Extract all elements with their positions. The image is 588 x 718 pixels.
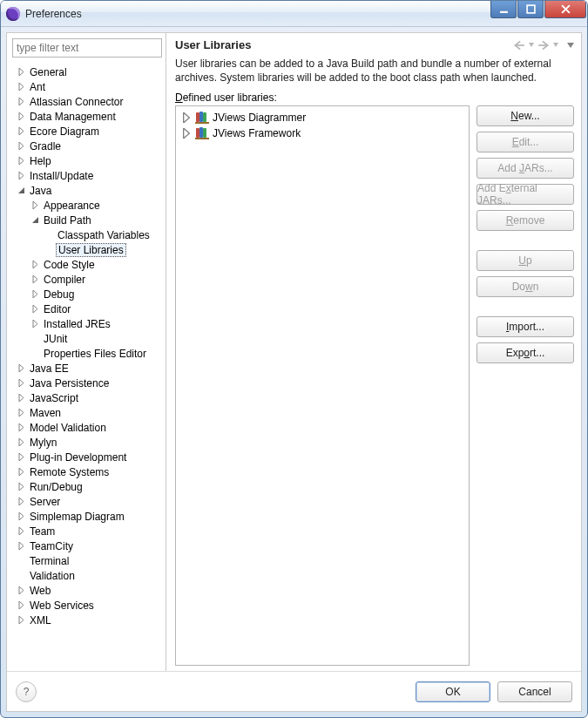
tree-item[interactable]: JUnit <box>12 331 162 346</box>
export-button[interactable]: Export... <box>476 342 574 363</box>
maximize-button[interactable] <box>517 1 544 18</box>
tree-item-label: Install/Update <box>28 170 95 182</box>
tree-item[interactable]: Maven <box>12 405 162 420</box>
tree-item[interactable]: Data Management <box>12 109 162 124</box>
tree-item[interactable]: Run/Debug <box>12 479 162 494</box>
filter-input[interactable] <box>12 38 162 58</box>
tree-item[interactable]: Terminal <box>12 553 162 568</box>
expand-icon[interactable] <box>16 141 26 152</box>
tree-item-label: Classpath Variables <box>56 229 152 241</box>
tree-item[interactable]: User Libraries <box>12 242 162 257</box>
tree-item[interactable]: Web Services <box>12 598 162 613</box>
tree-item[interactable]: Model Validation <box>12 420 162 435</box>
tree-item[interactable]: Server <box>12 494 162 509</box>
expand-icon[interactable] <box>30 289 40 300</box>
expand-icon[interactable] <box>30 274 40 285</box>
tree-item[interactable]: Validation <box>12 568 162 583</box>
tree-item[interactable]: Gradle <box>12 139 162 153</box>
expand-icon[interactable] <box>30 319 40 329</box>
help-button[interactable]: ? <box>16 681 37 702</box>
library-item[interactable]: JViews Diagrammer <box>178 110 467 125</box>
tree-item[interactable]: Simplemap Diagram <box>12 509 162 524</box>
expand-icon[interactable] <box>16 600 26 611</box>
back-icon[interactable] <box>513 40 525 51</box>
right-pane: User Libraries User libraries can be add… <box>166 33 581 671</box>
forward-icon[interactable] <box>537 40 550 51</box>
expand-icon[interactable] <box>16 112 26 122</box>
expand-icon[interactable] <box>16 156 26 166</box>
tree-item[interactable]: Remote Systems <box>12 464 162 479</box>
tree-item[interactable]: Build Path <box>12 213 162 227</box>
expand-icon[interactable] <box>16 615 26 626</box>
expand-icon[interactable] <box>16 497 26 507</box>
tree-item[interactable]: General <box>12 64 162 79</box>
expand-icon[interactable] <box>16 378 26 389</box>
tree-item[interactable]: Install/Update <box>12 168 162 183</box>
libraries-list[interactable]: JViews DiagrammerJViews Framework <box>175 105 470 666</box>
cancel-button[interactable]: Cancel <box>497 681 572 702</box>
minimize-button[interactable] <box>490 1 517 18</box>
expand-icon[interactable] <box>16 452 26 463</box>
tree-item[interactable]: Ant <box>12 79 162 94</box>
expand-icon[interactable] <box>16 541 26 552</box>
tree-item-label: Terminal <box>28 555 71 567</box>
tree-item[interactable]: Appearance <box>12 198 162 213</box>
expand-icon[interactable] <box>16 408 26 418</box>
tree-item[interactable]: JavaScript <box>12 390 162 405</box>
tree-item[interactable]: Atlassian Connector <box>12 94 162 109</box>
tree-item[interactable]: Mylyn <box>12 435 162 450</box>
tree-item[interactable]: Compiler <box>12 272 162 287</box>
tree-item[interactable]: Web <box>12 583 162 598</box>
tree-item[interactable]: Java Persistence <box>12 376 162 390</box>
expand-icon[interactable] <box>16 97 26 107</box>
tree-item[interactable]: Java <box>12 183 162 198</box>
back-menu-icon[interactable] <box>529 40 534 51</box>
tree-item[interactable]: Ecore Diagram <box>12 124 162 139</box>
expand-icon[interactable] <box>30 215 40 226</box>
tree-item[interactable]: Classpath Variables <box>12 227 162 242</box>
tree-item[interactable]: Java EE <box>12 361 162 376</box>
button-column: New...Edit...Add JARs...Add External JAR… <box>476 105 574 666</box>
tree-item[interactable]: Properties Files Editor <box>12 346 162 361</box>
tree-item-label: Maven <box>28 407 63 419</box>
tree-item[interactable]: XML <box>12 613 162 627</box>
expand-icon[interactable] <box>16 82 26 92</box>
tree-item[interactable]: Team <box>12 524 162 538</box>
library-item[interactable]: JViews Framework <box>178 125 467 141</box>
tree-item-label: Compiler <box>42 274 87 286</box>
expand-icon[interactable] <box>16 393 26 403</box>
expand-icon[interactable] <box>16 437 26 448</box>
new-button[interactable]: New... <box>476 105 574 126</box>
tree-item[interactable]: TeamCity <box>12 538 162 553</box>
expand-icon[interactable] <box>16 363 26 374</box>
add-external-jars-button: Add External JARs... <box>476 184 574 205</box>
ok-button[interactable]: OK <box>416 681 490 702</box>
expand-icon[interactable] <box>16 423 26 433</box>
tree-item[interactable]: Plug-in Development <box>12 450 162 464</box>
tree-item[interactable]: Installed JREs <box>12 316 162 331</box>
expand-icon[interactable] <box>16 467 26 478</box>
expand-icon[interactable] <box>16 186 26 196</box>
expand-icon[interactable] <box>30 200 40 211</box>
expand-icon[interactable] <box>16 482 26 492</box>
view-menu-icon[interactable] <box>567 40 574 51</box>
close-button[interactable] <box>544 1 586 18</box>
tree-item[interactable]: Editor <box>12 301 162 316</box>
import-button[interactable]: Import... <box>476 316 574 337</box>
expand-icon[interactable] <box>181 112 192 123</box>
expand-icon[interactable] <box>16 126 26 137</box>
tree-item[interactable]: Code Style <box>12 257 162 272</box>
expand-icon[interactable] <box>30 304 40 315</box>
titlebar[interactable]: Preferences <box>1 1 587 27</box>
tree-item[interactable]: Help <box>12 153 162 168</box>
expand-icon[interactable] <box>16 586 26 596</box>
expand-icon[interactable] <box>16 526 26 537</box>
expand-icon[interactable] <box>16 171 26 181</box>
expand-icon[interactable] <box>30 260 40 270</box>
forward-menu-icon[interactable] <box>553 40 558 51</box>
preferences-tree[interactable]: GeneralAntAtlassian ConnectorData Manage… <box>12 61 162 666</box>
expand-icon[interactable] <box>181 128 192 139</box>
expand-icon[interactable] <box>16 67 26 78</box>
expand-icon[interactable] <box>16 511 26 522</box>
tree-item[interactable]: Debug <box>12 287 162 301</box>
